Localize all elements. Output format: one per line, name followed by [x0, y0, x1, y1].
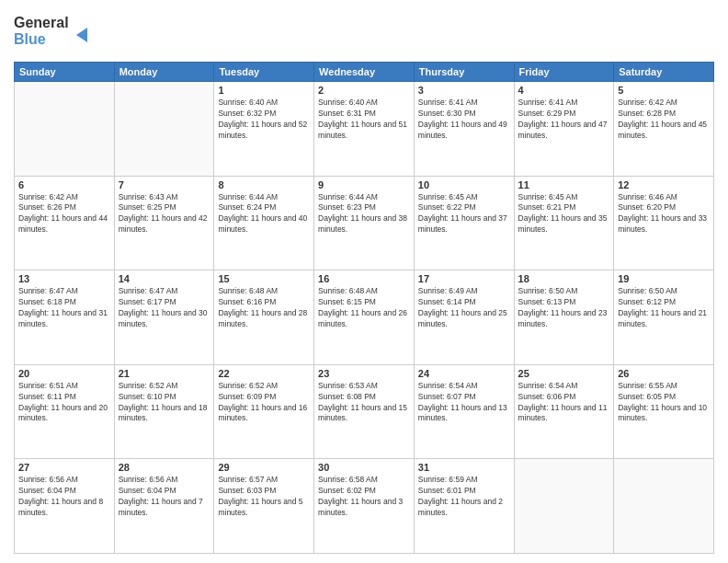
- calendar-cell: 22Sunrise: 6:52 AM Sunset: 6:09 PM Dayli…: [214, 364, 314, 459]
- calendar-cell: 18Sunrise: 6:50 AM Sunset: 6:13 PM Dayli…: [514, 270, 614, 365]
- day-number: 23: [318, 368, 410, 379]
- header: General Blue: [14, 9, 714, 54]
- calendar-cell: 16Sunrise: 6:48 AM Sunset: 6:15 PM Dayli…: [314, 270, 415, 365]
- calendar-table: SundayMondayTuesdayWednesdayThursdayFrid…: [14, 62, 714, 554]
- calendar-cell: 9Sunrise: 6:44 AM Sunset: 6:23 PM Daylig…: [314, 176, 415, 270]
- day-info: Sunrise: 6:55 AM Sunset: 6:05 PM Dayligh…: [618, 381, 710, 425]
- calendar-cell: 25Sunrise: 6:54 AM Sunset: 6:06 PM Dayli…: [514, 364, 614, 459]
- calendar-cell: 19Sunrise: 6:50 AM Sunset: 6:12 PM Dayli…: [614, 270, 714, 365]
- day-number: 30: [318, 462, 410, 473]
- day-number: 3: [418, 85, 510, 96]
- page: General Blue SundayMondayTuesdayWednesda…: [0, 0, 728, 563]
- calendar-cell: 1Sunrise: 6:40 AM Sunset: 6:32 PM Daylig…: [214, 82, 314, 177]
- calendar-cell: 5Sunrise: 6:42 AM Sunset: 6:28 PM Daylig…: [614, 82, 714, 177]
- svg-marker-2: [76, 28, 87, 42]
- day-number: 6: [18, 179, 110, 190]
- day-info: Sunrise: 6:54 AM Sunset: 6:06 PM Dayligh…: [518, 381, 610, 425]
- day-info: Sunrise: 6:53 AM Sunset: 6:08 PM Dayligh…: [318, 381, 410, 425]
- calendar-week-row: 13Sunrise: 6:47 AM Sunset: 6:18 PM Dayli…: [15, 270, 714, 365]
- day-info: Sunrise: 6:45 AM Sunset: 6:21 PM Dayligh…: [518, 192, 610, 236]
- day-number: 31: [418, 462, 510, 473]
- day-info: Sunrise: 6:40 AM Sunset: 6:32 PM Dayligh…: [218, 98, 310, 142]
- calendar-cell: 14Sunrise: 6:47 AM Sunset: 6:17 PM Dayli…: [114, 270, 214, 365]
- day-number: 29: [218, 462, 310, 473]
- calendar-cell: 4Sunrise: 6:41 AM Sunset: 6:29 PM Daylig…: [514, 82, 614, 177]
- day-info: Sunrise: 6:47 AM Sunset: 6:18 PM Dayligh…: [18, 286, 110, 330]
- calendar-cell: 7Sunrise: 6:43 AM Sunset: 6:25 PM Daylig…: [114, 176, 214, 270]
- svg-text:General: General: [14, 15, 69, 30]
- day-number: 18: [518, 273, 610, 284]
- day-number: 27: [18, 462, 110, 473]
- day-number: 24: [418, 368, 510, 379]
- day-number: 11: [518, 179, 610, 190]
- day-info: Sunrise: 6:44 AM Sunset: 6:24 PM Dayligh…: [218, 192, 310, 236]
- day-info: Sunrise: 6:41 AM Sunset: 6:30 PM Dayligh…: [418, 98, 510, 142]
- calendar-cell: 12Sunrise: 6:46 AM Sunset: 6:20 PM Dayli…: [614, 176, 714, 270]
- weekday-header: Saturday: [614, 63, 714, 82]
- day-info: Sunrise: 6:58 AM Sunset: 6:02 PM Dayligh…: [318, 475, 410, 519]
- day-info: Sunrise: 6:46 AM Sunset: 6:20 PM Dayligh…: [618, 192, 710, 236]
- weekday-header: Tuesday: [214, 63, 314, 82]
- calendar-cell: [514, 459, 614, 554]
- day-info: Sunrise: 6:50 AM Sunset: 6:12 PM Dayligh…: [618, 286, 710, 330]
- day-info: Sunrise: 6:57 AM Sunset: 6:03 PM Dayligh…: [218, 475, 310, 519]
- calendar-cell: 31Sunrise: 6:59 AM Sunset: 6:01 PM Dayli…: [414, 459, 514, 554]
- day-number: 10: [418, 179, 510, 190]
- day-number: 2: [318, 85, 410, 96]
- day-info: Sunrise: 6:56 AM Sunset: 6:04 PM Dayligh…: [119, 475, 210, 519]
- logo: General Blue: [14, 9, 97, 54]
- calendar-cell: [614, 459, 714, 554]
- day-number: 16: [318, 273, 410, 284]
- day-number: 14: [119, 273, 210, 284]
- weekday-header: Wednesday: [314, 63, 415, 82]
- day-info: Sunrise: 6:50 AM Sunset: 6:13 PM Dayligh…: [518, 286, 610, 330]
- weekday-header: Friday: [514, 63, 614, 82]
- calendar-cell: 29Sunrise: 6:57 AM Sunset: 6:03 PM Dayli…: [214, 459, 314, 554]
- day-info: Sunrise: 6:51 AM Sunset: 6:11 PM Dayligh…: [18, 381, 110, 425]
- calendar-cell: 20Sunrise: 6:51 AM Sunset: 6:11 PM Dayli…: [15, 364, 115, 459]
- calendar-week-row: 20Sunrise: 6:51 AM Sunset: 6:11 PM Dayli…: [15, 364, 714, 459]
- calendar-cell: 6Sunrise: 6:42 AM Sunset: 6:26 PM Daylig…: [15, 176, 115, 270]
- day-number: 4: [518, 85, 610, 96]
- calendar-cell: 30Sunrise: 6:58 AM Sunset: 6:02 PM Dayli…: [314, 459, 415, 554]
- calendar-cell: [114, 82, 214, 177]
- day-number: 12: [618, 179, 710, 190]
- day-number: 19: [618, 273, 710, 284]
- day-info: Sunrise: 6:48 AM Sunset: 6:16 PM Dayligh…: [218, 286, 310, 330]
- calendar-cell: 2Sunrise: 6:40 AM Sunset: 6:31 PM Daylig…: [314, 82, 415, 177]
- day-number: 5: [618, 85, 710, 96]
- calendar-cell: 27Sunrise: 6:56 AM Sunset: 6:04 PM Dayli…: [15, 459, 115, 554]
- calendar-cell: 23Sunrise: 6:53 AM Sunset: 6:08 PM Dayli…: [314, 364, 415, 459]
- day-number: 9: [318, 179, 410, 190]
- day-info: Sunrise: 6:40 AM Sunset: 6:31 PM Dayligh…: [318, 98, 410, 142]
- day-number: 8: [218, 179, 310, 190]
- calendar-cell: 13Sunrise: 6:47 AM Sunset: 6:18 PM Dayli…: [15, 270, 115, 365]
- weekday-header: Thursday: [414, 63, 514, 82]
- calendar-cell: 10Sunrise: 6:45 AM Sunset: 6:22 PM Dayli…: [414, 176, 514, 270]
- day-number: 22: [218, 368, 310, 379]
- day-info: Sunrise: 6:48 AM Sunset: 6:15 PM Dayligh…: [318, 286, 410, 330]
- logo-text: General Blue: [14, 9, 97, 54]
- day-info: Sunrise: 6:49 AM Sunset: 6:14 PM Dayligh…: [418, 286, 510, 330]
- calendar-cell: 17Sunrise: 6:49 AM Sunset: 6:14 PM Dayli…: [414, 270, 514, 365]
- day-number: 28: [119, 462, 210, 473]
- calendar-cell: 26Sunrise: 6:55 AM Sunset: 6:05 PM Dayli…: [614, 364, 714, 459]
- calendar-week-row: 1Sunrise: 6:40 AM Sunset: 6:32 PM Daylig…: [15, 82, 714, 177]
- day-info: Sunrise: 6:52 AM Sunset: 6:09 PM Dayligh…: [218, 381, 310, 425]
- calendar-week-row: 27Sunrise: 6:56 AM Sunset: 6:04 PM Dayli…: [15, 459, 714, 554]
- day-info: Sunrise: 6:45 AM Sunset: 6:22 PM Dayligh…: [418, 192, 510, 236]
- weekday-header: Monday: [114, 63, 214, 82]
- day-info: Sunrise: 6:54 AM Sunset: 6:07 PM Dayligh…: [418, 381, 510, 425]
- day-number: 25: [518, 368, 610, 379]
- weekday-header-row: SundayMondayTuesdayWednesdayThursdayFrid…: [15, 63, 714, 82]
- day-number: 21: [119, 368, 210, 379]
- day-info: Sunrise: 6:56 AM Sunset: 6:04 PM Dayligh…: [18, 475, 110, 519]
- day-info: Sunrise: 6:42 AM Sunset: 6:28 PM Dayligh…: [618, 98, 710, 142]
- day-number: 26: [618, 368, 710, 379]
- calendar-cell: 8Sunrise: 6:44 AM Sunset: 6:24 PM Daylig…: [214, 176, 314, 270]
- calendar-week-row: 6Sunrise: 6:42 AM Sunset: 6:26 PM Daylig…: [15, 176, 714, 270]
- day-info: Sunrise: 6:44 AM Sunset: 6:23 PM Dayligh…: [318, 192, 410, 236]
- day-info: Sunrise: 6:47 AM Sunset: 6:17 PM Dayligh…: [119, 286, 210, 330]
- calendar-cell: 11Sunrise: 6:45 AM Sunset: 6:21 PM Dayli…: [514, 176, 614, 270]
- day-number: 17: [418, 273, 510, 284]
